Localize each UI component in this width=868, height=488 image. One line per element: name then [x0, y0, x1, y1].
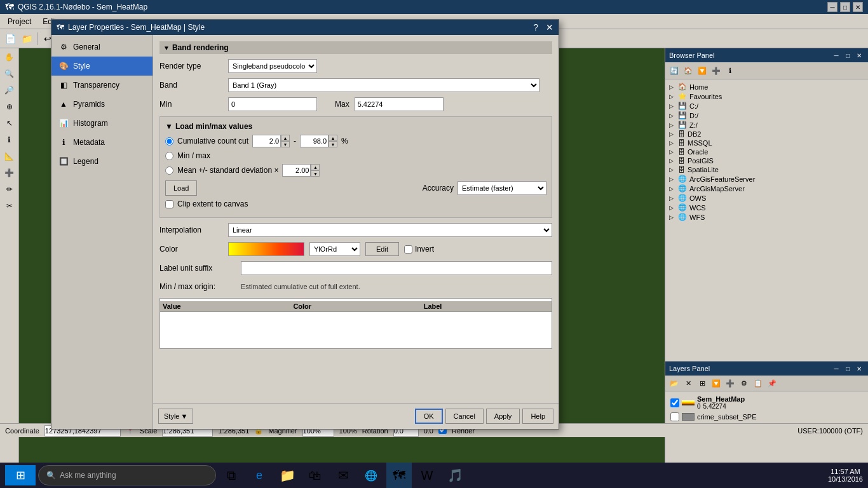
- word-btn[interactable]: W: [414, 463, 440, 488]
- qgis-minimize-btn[interactable]: ─: [827, 2, 837, 12]
- max-input[interactable]: [355, 97, 444, 111]
- qgis-close-btn[interactable]: ✕: [853, 2, 863, 12]
- sidebar-style[interactable]: 🎨 Style: [51, 57, 153, 76]
- browser-item-favourites[interactable]: ▷ ⭐ Favourites: [668, 92, 865, 101]
- browser-item-wfs[interactable]: ▷ 🌐 WFS: [668, 212, 865, 222]
- mean-radio[interactable]: [165, 166, 173, 175]
- dialog-help-icon[interactable]: ?: [533, 22, 538, 32]
- color-name-select[interactable]: YlOrRd: [309, 242, 360, 256]
- browser-home-btn[interactable]: 🏠: [682, 64, 695, 77]
- cancel-btn[interactable]: Cancel: [445, 409, 484, 424]
- layer-item-crime[interactable]: crime_subset_SPE: [668, 411, 865, 423]
- qgis-taskbar-btn[interactable]: 🗺: [386, 463, 412, 488]
- layers-filter-btn[interactable]: 🔽: [710, 377, 722, 390]
- dialog-close-btn[interactable]: ✕: [546, 22, 553, 32]
- sidebar-metadata[interactable]: ℹ Metadata: [51, 133, 153, 152]
- accuracy-select[interactable]: Estimate (faster) Actual (slower): [458, 181, 546, 195]
- label-suffix-input[interactable]: [241, 261, 552, 275]
- browser-item-d[interactable]: ▷ 💾 D:/: [668, 111, 865, 120]
- cumulative-max-input[interactable]: [300, 135, 329, 147]
- load-btn[interactable]: Load: [165, 180, 197, 196]
- sidebar-pyramids[interactable]: ▲ Pyramids: [51, 95, 153, 114]
- browser-item-c[interactable]: ▷ 💾 C:/: [668, 101, 865, 111]
- cumulative-max-up[interactable]: ▲: [329, 135, 337, 141]
- sidebar-legend[interactable]: 🔲 Legend: [51, 152, 153, 171]
- digitize-btn[interactable]: ✏: [2, 182, 17, 197]
- app-btn-9[interactable]: 🎵: [442, 463, 468, 488]
- menu-project[interactable]: Project: [3, 16, 36, 27]
- invert-checkbox[interactable]: [404, 245, 412, 254]
- new-project-btn[interactable]: 📄: [3, 31, 18, 46]
- task-view-btn[interactable]: ⧉: [219, 463, 244, 488]
- sidebar-histogram[interactable]: 📊 Histogram: [51, 114, 153, 133]
- apply-btn[interactable]: Apply: [486, 409, 520, 424]
- browser-panel-float[interactable]: □: [843, 50, 853, 60]
- pan-btn[interactable]: ✋: [2, 50, 17, 65]
- browser-panel-close[interactable]: ✕: [854, 50, 864, 60]
- start-btn[interactable]: ⊞: [5, 465, 36, 485]
- browser-filter-btn[interactable]: 🔽: [696, 64, 709, 77]
- browser-item-wcs[interactable]: ▷ 🌐 WCS: [668, 203, 865, 212]
- info-btn[interactable]: ℹ: [2, 132, 17, 147]
- render-type-select[interactable]: Singleband pseudocolor: [228, 59, 317, 73]
- zoom-out-btn[interactable]: 🔎: [2, 83, 17, 98]
- interpolation-select[interactable]: Linear Discrete Exact: [228, 223, 552, 237]
- mail-btn[interactable]: ✉: [330, 463, 356, 488]
- layers-group-btn[interactable]: ⊞: [696, 377, 709, 390]
- browser-item-home[interactable]: ▷ 🏠 Home: [668, 82, 865, 92]
- zoom-in-btn[interactable]: 🔍: [2, 66, 17, 81]
- browser-refresh-btn[interactable]: 🔄: [668, 64, 681, 77]
- mean-up[interactable]: ▲: [311, 164, 320, 170]
- open-project-btn[interactable]: 📁: [19, 31, 34, 46]
- cumulative-min-down[interactable]: ▼: [281, 141, 290, 147]
- browser-add-btn[interactable]: ➕: [710, 64, 722, 77]
- layers-paste-btn[interactable]: 📌: [766, 377, 778, 390]
- browser-item-db2[interactable]: ▷ 🗄 DB2: [668, 130, 865, 139]
- layers-panel-close[interactable]: ✕: [854, 363, 864, 374]
- layers-remove-btn[interactable]: ✕: [682, 377, 695, 390]
- minmax-radio[interactable]: [165, 152, 173, 160]
- help-footer-btn[interactable]: Help: [522, 409, 553, 424]
- measure-btn[interactable]: 📐: [2, 149, 17, 164]
- select-btn[interactable]: ↖: [2, 116, 17, 131]
- layers-panel-collapse[interactable]: ─: [831, 363, 841, 374]
- qgis-maximize-btn[interactable]: □: [840, 2, 850, 12]
- band-select[interactable]: Band 1 (Gray): [228, 78, 539, 92]
- color-edit-btn[interactable]: Edit: [365, 242, 399, 256]
- browser-item-arcfeature[interactable]: ▷ 🌐 ArcGisFeatureServer: [668, 174, 865, 184]
- taskbar-search[interactable]: 🔍 Ask me anything: [38, 465, 216, 485]
- mean-input[interactable]: [282, 164, 311, 177]
- ok-btn[interactable]: OK: [415, 409, 443, 424]
- color-swatch[interactable]: [228, 242, 304, 256]
- style-dropdown-btn[interactable]: Style ▼: [158, 409, 193, 424]
- cumulative-max-down[interactable]: ▼: [329, 141, 337, 147]
- browser-item-oracle[interactable]: ▷ 🗄 Oracle: [668, 147, 865, 156]
- clip-checkbox[interactable]: [165, 200, 173, 208]
- layer-item-heatmap[interactable]: Sem_HeatMap 0 5.42274: [668, 394, 865, 411]
- chrome-btn[interactable]: 🌐: [358, 463, 384, 488]
- browser-item-z[interactable]: ▷ 💾 Z:/: [668, 120, 865, 130]
- sidebar-transparency[interactable]: ◧ Transparency: [51, 76, 153, 95]
- browser-item-arcmap[interactable]: ▷ 🌐 ArcGisMapServer: [668, 184, 865, 193]
- layers-add-all-btn[interactable]: ➕: [724, 377, 736, 390]
- mean-down[interactable]: ▼: [311, 170, 320, 177]
- browser-item-postgis[interactable]: ▷ 🗄 PostGIS: [668, 156, 865, 165]
- add-layer-btn[interactable]: ➕: [2, 165, 17, 180]
- min-input[interactable]: [228, 97, 317, 111]
- browser-item-mssql[interactable]: ▷ 🗄 MSSQL: [668, 139, 865, 147]
- browser-info-btn[interactable]: ℹ: [724, 64, 736, 77]
- layers-settings-btn[interactable]: ⚙: [738, 377, 750, 390]
- edit-btn-left[interactable]: ✂: [2, 198, 17, 214]
- browser-panel-collapse[interactable]: ─: [831, 50, 841, 60]
- cumulative-min-up[interactable]: ▲: [281, 135, 290, 141]
- zoom-full-btn[interactable]: ⊕: [2, 99, 17, 114]
- layers-panel-float[interactable]: □: [843, 363, 853, 374]
- cumulative-min-input[interactable]: [252, 135, 281, 147]
- browser-item-ows[interactable]: ▷ 🌐 OWS: [668, 193, 865, 203]
- layers-copy-btn[interactable]: 📋: [752, 377, 764, 390]
- sidebar-general[interactable]: ⚙ General: [51, 37, 153, 57]
- layer-crime-visibility[interactable]: [670, 412, 679, 421]
- edge-btn[interactable]: e: [247, 463, 272, 488]
- explorer-btn[interactable]: 📁: [275, 463, 300, 488]
- browser-item-spatialite[interactable]: ▷ 🗄 SpatiaLite: [668, 165, 865, 174]
